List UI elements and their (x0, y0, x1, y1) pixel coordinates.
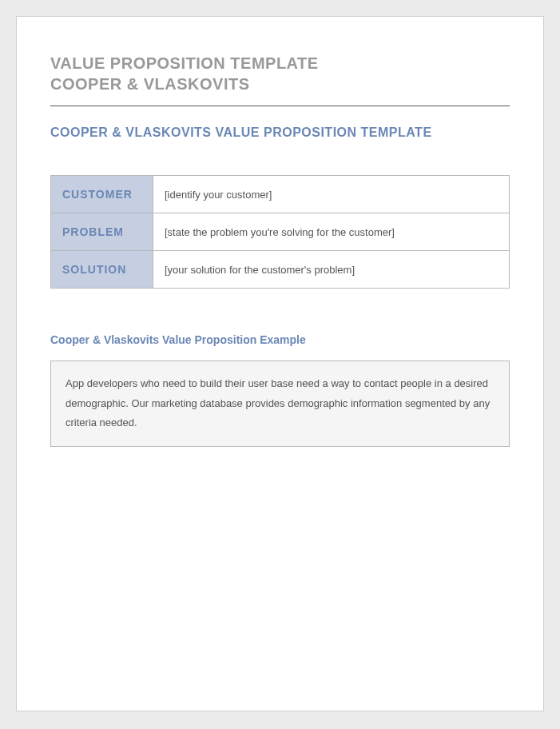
sub-title: COOPER & VLASKOVITS VALUE PROPOSITION TE… (50, 125, 510, 140)
customer-label: CUSTOMER (51, 176, 153, 213)
solution-label: SOLUTION (51, 251, 153, 289)
example-title: Cooper & Vlaskovits Value Proposition Ex… (50, 333, 510, 346)
main-title: VALUE PROPOSITION TEMPLATE COOPER & VLAS… (50, 53, 510, 94)
problem-label: PROBLEM (51, 213, 153, 251)
table-row: PROBLEM [state the problem you're solvin… (51, 213, 510, 251)
problem-value: [state the problem you're solving for th… (153, 213, 510, 251)
value-proposition-table: CUSTOMER [identify your customer] PROBLE… (50, 175, 510, 289)
title-line-2: COOPER & VLASKOVITS (50, 74, 510, 94)
table-row: CUSTOMER [identify your customer] (51, 176, 510, 213)
document-page: VALUE PROPOSITION TEMPLATE COOPER & VLAS… (16, 16, 544, 711)
table-row: SOLUTION [your solution for the customer… (51, 251, 510, 289)
title-line-1: VALUE PROPOSITION TEMPLATE (50, 53, 510, 74)
divider (50, 106, 510, 106)
example-box: App developers who need to build their u… (50, 361, 510, 447)
solution-value: [your solution for the customer's proble… (153, 251, 510, 289)
customer-value: [identify your customer] (153, 176, 510, 213)
